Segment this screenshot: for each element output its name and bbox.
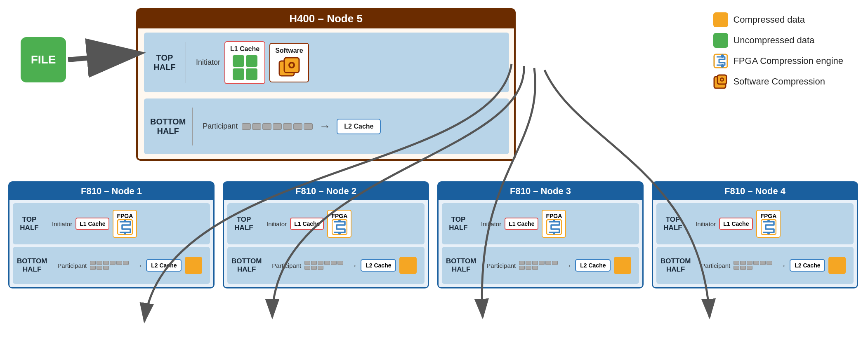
f810-n3-fpga-icon: [546, 219, 562, 235]
f810-n3-l1-label: L1 Cache: [509, 220, 534, 227]
f810-n1-bottom-label: BOTTOMHALF: [17, 257, 47, 274]
f810-n2-compressed: [399, 257, 417, 274]
f810-node-2-top: TOPHALF Initiator L1 Cache FPGA: [227, 203, 425, 244]
svg-point-26: [767, 232, 770, 234]
f810-n3-initiator: Initiator: [481, 220, 501, 227]
f810-n3-bottom-arrow: →: [564, 261, 572, 270]
h400-top-half: TOPHALF Initiator L1 Cache Software: [144, 33, 509, 92]
f810-n1-participant: Participant: [57, 262, 87, 269]
f810-n1-l1-cache: L1 Cache: [75, 218, 109, 230]
h400-top-half-label: TOPHALF: [150, 53, 179, 72]
f810-n4-bottom-label: BOTTOMHALF: [660, 257, 691, 274]
f810-n3-disks: [519, 261, 560, 270]
file-label: FILE: [31, 53, 56, 66]
green-cell-1: [233, 55, 244, 67]
svg-point-15: [290, 63, 293, 67]
f810-n3-bottom-label: BOTTOMHALF: [446, 257, 476, 274]
legend-label-uncompressed: Uncompressed data: [733, 35, 814, 46]
f810-n1-bottom-arrow: →: [134, 261, 143, 270]
f810-node-1: F810 – Node 1 TOPHALF Initiator L1 Cache…: [8, 181, 215, 288]
h400-initiator-label: Initiator: [196, 58, 220, 67]
f810-n2-bottom-label: BOTTOMHALF: [231, 257, 262, 274]
f810-node-2: F810 – Node 2 TOPHALF Initiator L1 Cache…: [223, 181, 429, 288]
h400-disk-icons: [242, 123, 313, 130]
h400-software-icon: [278, 57, 300, 78]
f810-n4-disks: [734, 261, 775, 270]
green-cell-2: [246, 55, 257, 67]
fpga-legend-icon: [713, 54, 728, 68]
f810-node-3-title: F810 – Node 3: [439, 183, 642, 200]
h400-green-grid: [233, 55, 257, 80]
f810-n2-participant: Participant: [272, 262, 301, 269]
h400-participant-label: Participant: [203, 122, 238, 131]
h400-l2-cache-box: L2 Cache: [337, 119, 381, 134]
h400-software-box: Software: [269, 43, 309, 82]
f810-nodes-container: F810 – Node 1 TOPHALF Initiator L1 Cache…: [8, 181, 858, 288]
disk-5: [283, 123, 292, 130]
svg-point-9: [721, 79, 723, 81]
f810-node-2-bottom: BOTTOMHALF Participant →: [227, 247, 425, 284]
f810-n1-fpga-icon: [117, 219, 133, 235]
f810-node-4-bottom: BOTTOMHALF Participant →: [656, 247, 854, 284]
svg-point-2: [721, 64, 724, 68]
f810-node-1-top: TOPHALF Initiator L1 Cache FPGA: [13, 203, 210, 244]
f810-n2-fpga: FPGA: [327, 210, 351, 238]
f810-n4-top-label: TOPHALF: [660, 216, 685, 232]
f810-node-1-title: F810 – Node 1: [9, 183, 213, 200]
f810-n2-fpga-icon: [332, 219, 347, 235]
f810-node-3-top: TOPHALF Initiator L1 Cache FPGA: [442, 203, 639, 244]
legend: Compressed data Uncompressed data FPGA C…: [713, 12, 843, 89]
legend-item-software: Software Compression: [713, 74, 843, 89]
disk-2: [252, 123, 261, 130]
diagram-container: Compressed data Uncompressed data FPGA C…: [0, 0, 868, 361]
f810-node-3: F810 – Node 3 TOPHALF Initiator L1 Cache…: [437, 181, 644, 288]
f810-n3-top-label: TOPHALF: [446, 216, 471, 232]
h400-title: H400 – Node 5: [138, 9, 514, 28]
f810-n1-compressed: [185, 257, 202, 274]
f810-n4-compressed: [828, 257, 846, 274]
svg-point-27: [767, 220, 770, 222]
legend-item-uncompressed: Uncompressed data: [713, 33, 843, 48]
f810-node-3-body: TOPHALF Initiator L1 Cache FPGA: [439, 200, 642, 287]
h400-node: H400 – Node 5 TOPHALF Initiator L1 Cache…: [136, 8, 516, 161]
disk-1: [242, 123, 251, 130]
f810-n1-l2-cache: L2 Cache: [146, 259, 182, 272]
f810-node-4-body: TOPHALF Initiator L1 Cache FPGA: [653, 200, 857, 287]
svg-point-20: [338, 232, 341, 234]
f810-n2-top-label: TOPHALF: [231, 216, 256, 232]
f810-n1-top-label: TOPHALF: [17, 216, 42, 232]
f810-n4-participant: Participant: [701, 262, 730, 269]
compressed-icon: [713, 12, 728, 27]
f810-node-4-top: TOPHALF Initiator L1 Cache FPGA: [656, 203, 854, 244]
f810-node-4-title: F810 – Node 4: [653, 183, 857, 200]
f810-n3-fpga: FPGA: [542, 210, 566, 238]
h400-l1-cache-box: L1 Cache: [224, 41, 265, 84]
disk-3: [262, 123, 271, 130]
f810-n4-l1-cache: L1 Cache: [719, 218, 753, 230]
f810-n4-fpga: FPGA: [756, 210, 781, 238]
f810-n1-l2-label: L2 Cache: [151, 262, 177, 269]
f810-n4-l2-cache: L2 Cache: [790, 259, 825, 272]
f810-node-1-body: TOPHALF Initiator L1 Cache FPGA: [9, 200, 213, 287]
f810-n3-l2-label: L2 Cache: [580, 262, 606, 269]
legend-label-software: Software Compression: [733, 76, 825, 87]
f810-n4-initiator: Initiator: [696, 220, 716, 227]
f810-n3-l1-cache: L1 Cache: [505, 218, 538, 230]
f810-n4-fpga-label: FPGA: [760, 213, 776, 219]
h400-l1-cache-label: L1 Cache: [230, 45, 259, 53]
f810-n3-participant: Participant: [486, 262, 516, 269]
f810-n1-l1-label: L1 Cache: [80, 220, 105, 227]
f810-node-2-body: TOPHALF Initiator L1 Cache FPGA: [224, 200, 428, 287]
f810-node-3-bottom: BOTTOMHALF Participant →: [442, 247, 639, 284]
uncompressed-icon: [713, 33, 728, 48]
svg-point-23: [553, 232, 555, 234]
software-legend-icon: [713, 74, 728, 89]
svg-point-17: [124, 232, 126, 234]
svg-point-24: [553, 220, 555, 222]
f810-n3-l2-cache: L2 Cache: [575, 259, 611, 272]
h400-bottom-half-label: BOTTOMHALF: [150, 117, 186, 136]
disk-6: [293, 123, 302, 130]
disk-4: [273, 123, 282, 130]
f810-n2-l1-label: L1 Cache: [294, 220, 320, 227]
legend-item-compressed: Compressed data: [713, 12, 843, 27]
